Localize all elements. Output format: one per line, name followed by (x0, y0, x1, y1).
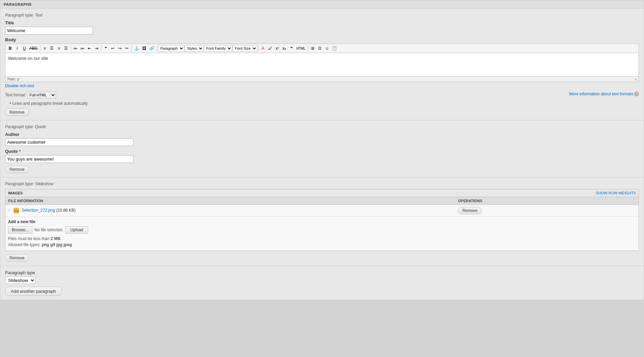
file-link[interactable]: Selection_272.png (22, 208, 55, 213)
paragraph-quote-block: + Paragraph type: Quote Author Quote * R… (0, 120, 644, 177)
toolbar-separator-7 (308, 45, 308, 51)
paragraphs-section: PARAGRAPHS + Paragraph type: Text Title … (0, 0, 644, 300)
file-icon: img (14, 208, 19, 213)
redo-button[interactable]: ↪ (117, 45, 123, 52)
undo-button[interactable]: ↩ (109, 45, 116, 52)
upload-button[interactable]: Upload (65, 226, 88, 234)
superscript-button[interactable]: x² (274, 45, 281, 52)
special-char-button[interactable]: Ω (316, 45, 323, 52)
file-size: (10.86 KB) (56, 208, 75, 213)
full-html-select[interactable]: Full HTML Basic HTML Plain text (27, 92, 56, 98)
section-title: PARAGRAPHS (4, 2, 31, 6)
blockquote-button[interactable]: ❝ (102, 45, 109, 52)
paste-button[interactable]: 📋 (331, 45, 338, 52)
rte-path-bar: Path: p ⇲ (5, 76, 639, 82)
image-table-row: + img Selection_272.png (10.86 KB) Remov… (5, 205, 639, 217)
body-text: Welcome on our site (8, 56, 48, 61)
allowed-types: png gif jpg jpeg (42, 242, 72, 247)
resize-handle[interactable]: ⇲ (634, 77, 637, 81)
cut-button[interactable]: ✂ (124, 45, 130, 52)
align-left-button[interactable]: ≡ (42, 45, 48, 52)
rte-toolbar: B I U ABC ≡ ☰ ≡ ☰ ≔ ≔ ⇤ ⇥ ❝ ↩ ↪ ✂ ⚓ (5, 44, 639, 53)
operations-cell: Remove (455, 205, 639, 217)
col-operations: OPERATIONS (455, 197, 639, 205)
paragraph-type-label-1: Paragraph type: Text (5, 13, 639, 18)
quote-button[interactable]: ❝ (288, 45, 295, 52)
underline-button[interactable]: U (21, 45, 28, 52)
text-format-label: Text format (5, 93, 25, 97)
text-format-row: Text format Full HTML Basic HTML Plain t… (5, 92, 639, 98)
font-size-select[interactable]: Font Size (233, 45, 257, 52)
no-file-selected-text: No file selected. (34, 228, 63, 232)
add-another-paragraph-button[interactable]: Add another paragraph (5, 287, 62, 296)
path-text: Path: p (7, 77, 19, 81)
browse-button[interactable]: Browse... (8, 226, 32, 234)
styles-select[interactable]: Styles (185, 45, 204, 52)
remove-image-button[interactable]: Remove (458, 207, 482, 214)
font-family-select[interactable]: Font Family Family (204, 45, 232, 52)
subscript-button[interactable]: x₂ (281, 45, 288, 52)
author-input[interactable] (5, 138, 133, 146)
text-color-button[interactable]: A (260, 45, 266, 52)
strikethrough-button[interactable]: ABC (28, 45, 39, 52)
toolbar-separator-1 (40, 45, 41, 51)
add-before-icon-3[interactable]: + (0, 219, 1, 225)
col-file-info: FILE INFORMATION (5, 197, 455, 205)
paragraph-type-label-2: Paragraph type: Quote (5, 124, 639, 129)
remove-button-1[interactable]: Remove (5, 109, 29, 116)
file-constraints: Files must be less than 2 MB. Allowed fi… (8, 236, 636, 248)
title-label: Title (5, 20, 639, 25)
file-info-cell: + img Selection_272.png (10.86 KB) (5, 205, 455, 217)
file-size-limit: 2 MB (51, 236, 60, 241)
paragraph-type-select[interactable]: Slideshow Text Quote (5, 277, 35, 284)
text-format-info-text: More information about text formats (569, 92, 633, 96)
disable-rich-text-link[interactable]: Disable rich-text (5, 84, 34, 88)
body-label: Body (5, 37, 639, 42)
paragraph-type-label-3: Paragraph type: Slideshow (5, 182, 639, 186)
images-header-text: IMAGES (8, 191, 23, 195)
table-button[interactable]: ⊞ (309, 45, 316, 52)
paragraph-type-row: Paragraph type Slideshow Text Quote (5, 270, 639, 284)
italic-button[interactable]: I (14, 45, 21, 52)
title-input[interactable] (5, 27, 93, 34)
paragraph-type-select-label: Paragraph type (5, 270, 639, 275)
required-marker: * (19, 149, 21, 154)
quote-input[interactable] (5, 155, 133, 163)
anchor-button[interactable]: ⚓ (133, 45, 140, 52)
bold-button[interactable]: B (7, 45, 14, 52)
remove-button-3[interactable]: Remove (5, 254, 29, 262)
paragraph-format-select[interactable]: Paragraph Heading 1 Heading 2 (158, 45, 184, 52)
image-button[interactable]: 🖼 (141, 45, 148, 52)
link-button[interactable]: 🔗 (148, 45, 156, 52)
rte-body[interactable]: Welcome on our site (5, 53, 639, 76)
info-icon: ? (634, 92, 639, 96)
add-before-icon[interactable]: + (0, 62, 1, 68)
highlight-button[interactable]: 🖊 (267, 45, 274, 52)
emoticon-button[interactable]: ☺ (324, 45, 330, 52)
add-new-file-section: Add a new file Browse... No file selecte… (5, 217, 639, 251)
toolbar-separator-3 (101, 45, 101, 51)
show-row-weights-link[interactable]: Show row weights (596, 191, 636, 195)
remove-button-2[interactable]: Remove (5, 166, 29, 173)
indent-button[interactable]: ⇥ (93, 45, 100, 52)
section-header: PARAGRAPHS (0, 0, 644, 9)
toolbar-separator-2 (71, 45, 71, 51)
align-center-button[interactable]: ☰ (49, 45, 55, 52)
page-wrapper: PARAGRAPHS + Paragraph type: Text Title … (0, 0, 644, 357)
html-button[interactable]: HTML (295, 45, 307, 52)
ordered-list-button[interactable]: ≔ (79, 45, 86, 52)
format-hint: Lines and paragraphs break automatically… (5, 101, 639, 106)
drag-handle[interactable]: + (8, 208, 10, 213)
unordered-list-button[interactable]: ≔ (72, 45, 79, 52)
images-box: IMAGES Show row weights FILE INFORMATION… (5, 189, 639, 251)
toolbar-separator-6 (258, 45, 259, 51)
add-before-icon-2[interactable]: + (0, 146, 1, 152)
paragraph-slideshow-block: + Paragraph type: Slideshow IMAGES Show … (0, 177, 644, 266)
align-justify-button[interactable]: ☰ (63, 45, 70, 52)
outdent-button[interactable]: ⇤ (86, 45, 93, 52)
paragraph-text-block: + Paragraph type: Text Title Body B I U … (0, 9, 644, 120)
text-format-info-link[interactable]: More information about text formats ? (569, 92, 639, 96)
align-right-button[interactable]: ≡ (56, 45, 62, 52)
add-new-file-label: Add a new file (8, 219, 636, 224)
toolbar-separator-4 (131, 45, 132, 51)
